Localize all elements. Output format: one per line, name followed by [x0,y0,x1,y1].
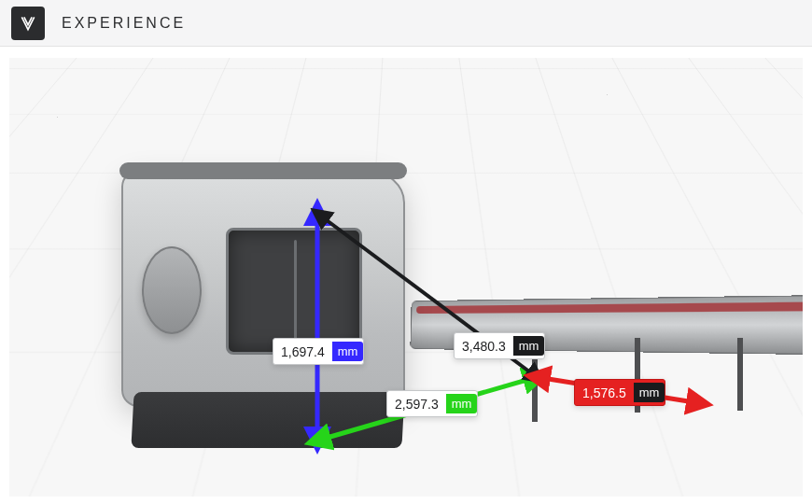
cnc-machine [121,170,405,407]
measurement-height-unit: mm [332,342,364,361]
page-title: EXPERIENCE [62,15,186,32]
machine-side-panel [142,246,202,334]
3d-viewport[interactable]: 1,697.4 mm 3,480.3 mm 2,597.3 mm 1,576.5… [9,58,803,497]
app-header: EXPERIENCE [0,0,812,47]
measurement-height-label[interactable]: 1,697.4 mm [273,338,364,365]
measurement-diagonal-label[interactable]: 3,480.3 mm [454,332,545,359]
measurement-depth-label[interactable]: 2,597.3 mm [386,390,478,417]
measurement-depth-unit: mm [446,394,478,413]
measurement-diagonal-unit: mm [513,336,545,356]
brand-logo-icon[interactable] [11,7,45,40]
machine-door [226,228,362,355]
measurement-width-label[interactable]: 1,576.5 mm [574,379,665,406]
measurement-width-unit: mm [634,383,665,402]
measurement-height-value: 1,697.4 [281,344,325,359]
measurement-width-value: 1,576.5 [582,385,626,400]
measurement-diagonal-value: 3,480.3 [462,339,506,354]
measurement-depth-value: 2,597.3 [395,397,439,412]
